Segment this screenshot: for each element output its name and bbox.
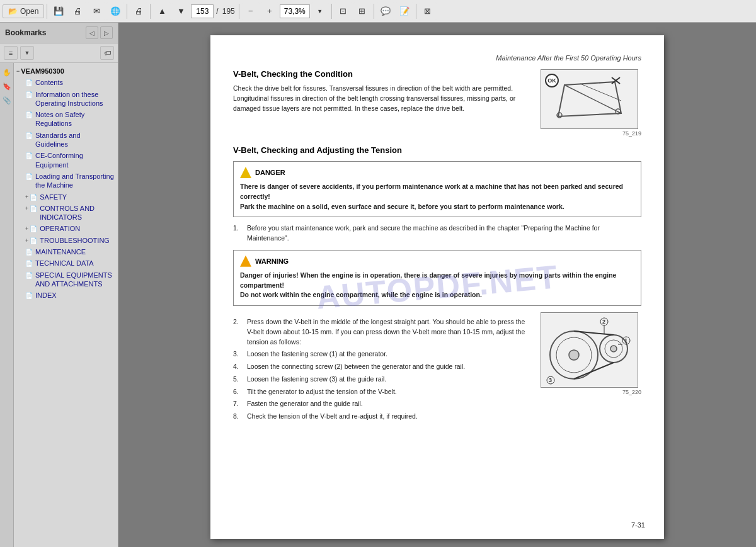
sidebar-item-label-safety: SAFETY	[40, 193, 67, 201]
step6-text: Tilt the generator to adjust the tension…	[247, 387, 397, 397]
sidebar-item-label-controls: CONTROLS AND INDICATORS	[40, 204, 114, 222]
step3-num: 3.	[233, 349, 243, 359]
separator7	[416, 4, 416, 19]
section1-body: Check the drive belt for fissures. Trans…	[233, 84, 530, 113]
page-icon-maint: 📄	[25, 248, 33, 256]
sidebar-icon-bookmark[interactable]: 🔖	[1, 81, 13, 92]
step1-num: 1.	[233, 223, 243, 244]
svg-line-14	[574, 363, 614, 379]
step5-num: 5.	[233, 375, 243, 385]
zoom-in-button[interactable]: +	[261, 3, 278, 20]
print2-button[interactable]: 🖨	[130, 3, 147, 20]
steps-col: 2. Press down the V-belt in the middle o…	[233, 312, 530, 427]
warning-text2: Do not work within the engine compartmen…	[240, 290, 634, 300]
sidebar-item-trouble[interactable]: + 📄 TROUBLESHOOTING	[14, 235, 118, 246]
step5-item: 5. Loosen the fastening screw (3) at the…	[233, 375, 530, 385]
open-label: Open	[20, 7, 38, 16]
prev-page-button[interactable]: ▲	[153, 3, 171, 20]
expand-button[interactable]: ⊠	[419, 3, 437, 20]
sidebar-item-loading[interactable]: 📄 Loading and Transporting the Machine	[14, 171, 118, 191]
steps-with-diagram: 2. Press down the V-belt in the middle o…	[233, 312, 641, 427]
sidebar-item-safety[interactable]: + 📄 SAFETY	[14, 191, 118, 203]
sidebar-item-label-notes: Notes on Safety Regulations	[35, 110, 114, 128]
danger-label: DANGER	[255, 169, 285, 176]
svg-text:3: 3	[549, 377, 552, 383]
sidebar-collapse-button[interactable]: ◁	[86, 26, 98, 39]
step3-item: 3. Loosen the fastening screw (1) at the…	[233, 349, 530, 359]
sidebar-item-special[interactable]: 📄 SPECIAL EQUIPMENTS AND ATTACHMENTS	[14, 269, 118, 290]
steps-list: 1. Before you start maintenance work, pa…	[233, 223, 641, 244]
sidebar-item-standards[interactable]: 📄 Standards and Guidelines	[14, 130, 118, 150]
expand-icon-trouble: +	[25, 237, 28, 245]
sidebar-item-label-trouble: TROUBLESHOOTING	[40, 236, 110, 245]
step8-item: 8. Check the tension of the V-belt and r…	[233, 412, 530, 422]
svg-text:2: 2	[602, 319, 605, 325]
expand-icon-controls: +	[25, 205, 28, 213]
step4-text: Loosen the connecting screw (2) between …	[247, 362, 465, 372]
warning-triangle-icon	[240, 256, 251, 267]
page-icon-techdata: 📄	[25, 259, 33, 268]
warning-header: WARNING	[240, 256, 634, 267]
warning-text1-bold: Danger of injuries! When the engine is i…	[240, 271, 616, 289]
sidebar-list-view-button[interactable]: ≡	[4, 46, 18, 60]
separator6	[374, 4, 374, 19]
toolbar: 📂 Open 💾 🖨 ✉ 🌐 🖨 ▲ ▼ / 195 − + ▼ ⊡ ⊞ 💬 📝…	[0, 0, 756, 23]
expand-icon-operation: +	[25, 225, 28, 233]
next-page-button[interactable]: ▼	[172, 3, 190, 20]
print-button[interactable]: 🖨	[69, 3, 86, 20]
separator4	[239, 4, 239, 19]
fit-page-button[interactable]: ⊡	[335, 3, 352, 20]
generator-diagram-svg: 2 1 3	[546, 314, 634, 386]
diagram1-caption: 75_219	[541, 130, 641, 137]
page-separator: /	[216, 7, 218, 16]
page-number: 7-31	[631, 521, 645, 529]
comment-button[interactable]: 💬	[377, 3, 394, 20]
sidebar-icon-paperclip[interactable]: 📎	[1, 94, 13, 106]
fit-width-button[interactable]: ⊞	[353, 3, 371, 20]
sidebar-item-maint[interactable]: 📄 MAINTENANCE	[14, 246, 118, 257]
zoom-input[interactable]	[280, 4, 310, 18]
markup-button[interactable]: 📝	[396, 3, 413, 20]
sidebar-item-notes[interactable]: 📄 Notes on Safety Regulations	[14, 109, 118, 130]
page-icon-notes: 📄	[25, 111, 33, 119]
save-button[interactable]: 💾	[50, 3, 67, 20]
sidebar-item-operation[interactable]: + 📄 OPERATION	[14, 223, 118, 234]
expand-icon-safety: +	[25, 194, 28, 201]
sidebar-tag-button[interactable]: 🏷	[100, 46, 114, 60]
sidebar-item-techdata[interactable]: 📄 TECHNICAL DATA	[14, 257, 118, 269]
step6-num: 6.	[233, 387, 243, 397]
page-input[interactable]	[191, 4, 214, 18]
zoom-out-button[interactable]: −	[242, 3, 260, 20]
sidebar-item-label-contents: Contents	[35, 78, 63, 87]
page-icon-special: 📄	[25, 271, 33, 279]
sidebar-item-ce[interactable]: 📄 CE-Conforming Equipment	[14, 150, 118, 171]
sidebar-item-info[interactable]: 📄 Information on these Operating Instruc…	[14, 89, 118, 110]
steps-list2: 2. Press down the V-belt in the middle o…	[233, 317, 530, 422]
separator3	[150, 4, 151, 19]
step5-text: Loosen the fastening screw (3) at the gu…	[247, 375, 386, 385]
section2-title: V-Belt, Checking and Adjusting the Tensi…	[233, 145, 641, 155]
email-button[interactable]: ✉	[88, 3, 105, 20]
main-layout: Bookmarks ◁ ▷ ≡ ▼ 🏷 ✋ 🔖 📎 −	[0, 23, 756, 547]
svg-text:1: 1	[624, 337, 627, 344]
sidebar-item-label-special: SPECIAL EQUIPMENTS AND ATTACHMENTS	[35, 271, 114, 289]
step2-item: 2. Press down the V-belt in the middle o…	[233, 317, 530, 347]
danger-triangle-icon	[240, 167, 251, 178]
open-button[interactable]: 📂 Open	[3, 4, 44, 18]
separator	[47, 4, 47, 19]
sidebar-item-root[interactable]: − VEAM950300	[14, 65, 118, 77]
sidebar-dropdown-button[interactable]: ▼	[20, 46, 34, 60]
sidebar-item-label-maint: MAINTENANCE	[35, 247, 86, 256]
page-icon-controls: 📄	[30, 205, 37, 213]
page-icon-loading: 📄	[25, 172, 33, 181]
sidebar-icon-hand[interactable]: ✋	[1, 67, 13, 78]
sidebar-item-index[interactable]: 📄 INDEX	[14, 290, 118, 301]
sidebar-item-controls[interactable]: + 📄 CONTROLS AND INDICATORS	[14, 203, 118, 223]
sidebar-item-contents[interactable]: 📄 Contents	[14, 77, 118, 88]
danger-header: DANGER	[240, 167, 634, 178]
sidebar-expand-button[interactable]: ▷	[100, 26, 113, 39]
step1-text: Before you start maintenance work, park …	[247, 223, 641, 244]
step4-item: 4. Loosen the connecting screw (2) betwe…	[233, 362, 530, 372]
zoom-dropdown-button[interactable]: ▼	[311, 3, 329, 20]
web-button[interactable]: 🌐	[106, 3, 124, 20]
